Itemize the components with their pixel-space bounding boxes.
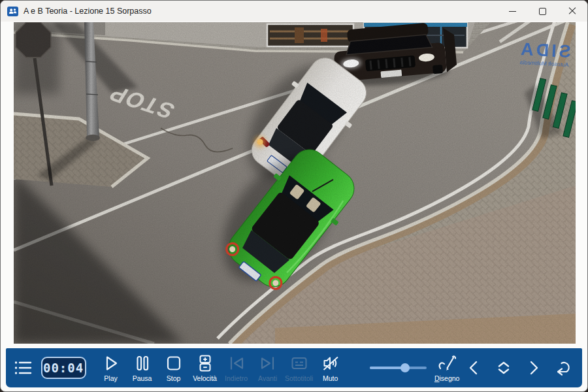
titlebar[interactable]: A e B Teoria - Lezione 15 Sorpasso (1, 1, 587, 22)
speed-button[interactable]: Velocità (189, 354, 221, 382)
pause-button[interactable]: Pausa (127, 354, 158, 382)
close-button[interactable] (557, 1, 587, 22)
minimize-icon (509, 11, 516, 12)
return-arrow-icon (554, 359, 574, 377)
stop-button[interactable]: Stop (158, 354, 189, 382)
playback-toolbar: 00:04 Play Pausa Stop (6, 348, 582, 387)
list-icon (13, 359, 33, 377)
people-app-icon (7, 7, 18, 16)
return-button[interactable] (552, 356, 576, 380)
mute-button[interactable]: Muto (315, 354, 346, 382)
close-icon (568, 7, 576, 15)
chevron-right-icon (525, 359, 542, 377)
skip-forward-icon (259, 354, 277, 372)
app-window: A e B Teoria - Lezione 15 Sorpasso (0, 0, 588, 392)
elapsed-time-display: 00:04 (41, 357, 86, 379)
stop-icon (165, 354, 183, 372)
play-icon (102, 354, 120, 372)
forward-button[interactable]: Avanti (252, 354, 284, 382)
playlist-button[interactable] (12, 357, 33, 379)
minimize-button[interactable] (497, 1, 527, 22)
subtitles-button[interactable]: Sottotitoli (284, 354, 315, 382)
volume-slider[interactable] (370, 363, 427, 372)
lesson-video[interactable]: STOP SIDA Autosoft Mul (14, 22, 576, 344)
draw-button[interactable]: Disegno (432, 354, 462, 382)
expand-collapse-button[interactable] (492, 356, 515, 380)
volume-thumb[interactable] (400, 363, 410, 372)
maximize-button[interactable] (527, 1, 557, 22)
muted-speaker-icon (321, 354, 340, 372)
chevron-left-icon (465, 359, 482, 377)
speed-plus-minus-icon (196, 354, 214, 372)
maximize-icon (539, 8, 546, 15)
next-button[interactable] (522, 356, 546, 380)
chevron-up-down-icon (495, 359, 513, 377)
previous-button[interactable] (462, 356, 485, 380)
pause-icon (133, 354, 152, 372)
skip-back-icon (227, 354, 246, 372)
play-button[interactable]: Play (95, 354, 127, 382)
back-button[interactable]: Indietro (221, 354, 252, 382)
volume-fill (370, 367, 405, 369)
subtitles-icon (290, 354, 308, 372)
pen-draw-icon (437, 354, 457, 372)
window-title: A e B Teoria - Lezione 15 Sorpasso (24, 7, 152, 16)
